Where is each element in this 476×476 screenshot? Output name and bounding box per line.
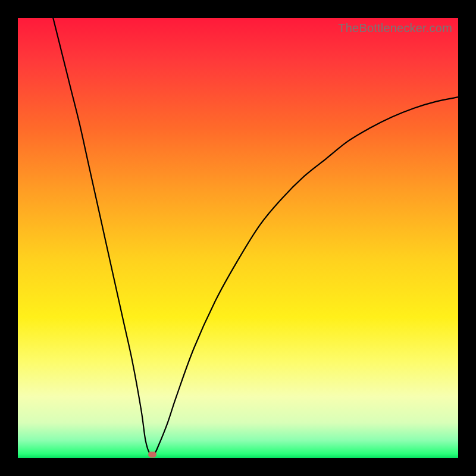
plot-area: TheBottlenecker.com [18,18,458,458]
watermark-text: TheBottlenecker.com [338,21,452,35]
chart-frame: TheBottlenecker.com [0,0,476,476]
optimal-point-marker [148,452,156,458]
bottleneck-curve [18,18,458,458]
